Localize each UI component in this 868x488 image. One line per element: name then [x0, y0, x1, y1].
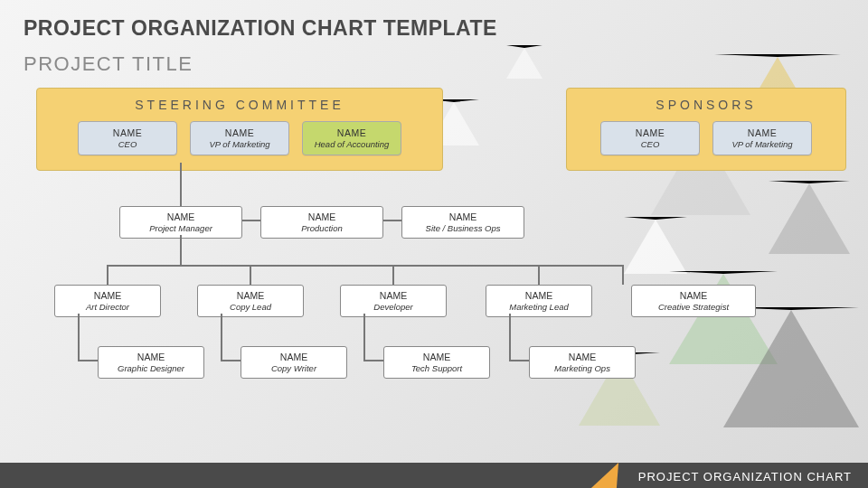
member-name: NAME	[390, 352, 484, 362]
connector	[509, 360, 529, 361]
lead-node: NAME Creative Strategist	[631, 285, 756, 317]
sponsor-member: NAME CEO	[600, 121, 700, 155]
manager-node: NAME Production	[260, 206, 383, 239]
member-name: NAME	[126, 211, 236, 222]
staff-node: NAME Graphic Designer	[98, 346, 204, 379]
sponsor-member: NAME VP of Marketing	[712, 121, 812, 155]
member-name: NAME	[408, 211, 518, 222]
member-name: NAME	[247, 352, 341, 362]
connector	[538, 265, 540, 285]
member-role: Art Director	[61, 302, 155, 312]
member-role: Copy Writer	[247, 363, 341, 373]
connector	[250, 265, 251, 285]
member-name: NAME	[346, 290, 440, 301]
lead-node: NAME Marketing Lead	[486, 285, 592, 317]
steering-member: NAME VP of Marketing	[190, 121, 289, 155]
sponsors-heading: SPONSORS	[580, 98, 833, 112]
member-name: NAME	[310, 127, 393, 138]
connector	[78, 314, 80, 361]
connector	[107, 265, 624, 267]
member-role: Creative Strategist	[637, 302, 750, 312]
member-role: Head of Accounting	[310, 139, 393, 149]
member-name: NAME	[203, 290, 297, 301]
steering-panel: STEERING COMMITTEE NAME CEO NAME VP of M…	[36, 88, 443, 171]
connector	[221, 314, 222, 361]
staff-node: NAME Copy Writer	[241, 346, 347, 379]
lead-node: NAME Developer	[340, 285, 447, 317]
member-role: Marketing Lead	[492, 302, 586, 312]
member-name: NAME	[721, 127, 804, 138]
member-role: Tech Support	[390, 363, 484, 373]
member-role: CEO	[609, 139, 692, 149]
member-role: Marketing Ops	[535, 363, 629, 373]
sponsors-panel: SPONSORS NAME CEO NAME VP of Marketing	[566, 88, 846, 171]
connector	[509, 314, 511, 361]
lead-node: NAME Copy Lead	[197, 285, 304, 317]
main-title: PROJECT ORGANIZATION CHART TEMPLATE	[24, 16, 497, 41]
connector	[622, 265, 624, 285]
manager-node: NAME Site / Business Ops	[401, 206, 524, 239]
staff-node: NAME Marketing Ops	[529, 346, 636, 379]
connector	[363, 314, 365, 361]
member-name: NAME	[61, 290, 155, 301]
manager-node: NAME Project Manager	[119, 206, 242, 239]
footer-text: PROJECT ORGANIZATION CHART	[638, 470, 852, 483]
member-name: NAME	[637, 290, 750, 301]
member-name: NAME	[104, 352, 198, 362]
member-role: Site / Business Ops	[408, 223, 518, 233]
member-name: NAME	[86, 127, 169, 138]
member-role: Project Manager	[126, 223, 236, 233]
member-name: NAME	[198, 127, 281, 138]
steering-member: NAME CEO	[78, 121, 177, 155]
connector	[180, 235, 182, 265]
member-role: Graphic Designer	[104, 363, 198, 373]
member-name: NAME	[267, 211, 377, 222]
connector	[107, 265, 108, 285]
connector	[242, 220, 260, 221]
member-role: Copy Lead	[203, 302, 297, 312]
staff-node: NAME Tech Support	[383, 346, 490, 379]
member-name: NAME	[535, 352, 629, 362]
member-role: Developer	[346, 302, 440, 312]
member-role: Production	[267, 223, 377, 233]
connector	[392, 265, 394, 285]
lead-node: NAME Art Director	[54, 285, 161, 317]
member-role: CEO	[86, 139, 169, 149]
connector	[363, 360, 383, 361]
member-role: VP of Marketing	[721, 139, 804, 149]
connector	[180, 163, 182, 206]
connector	[221, 360, 241, 361]
connector	[78, 360, 98, 361]
project-title: PROJECT TITLE	[24, 52, 193, 76]
steering-member: NAME Head of Accounting	[302, 121, 401, 155]
member-role: VP of Marketing	[198, 139, 281, 149]
connector	[383, 220, 401, 221]
steering-heading: STEERING COMMITTEE	[50, 98, 429, 112]
member-name: NAME	[492, 290, 586, 301]
member-name: NAME	[609, 127, 692, 138]
